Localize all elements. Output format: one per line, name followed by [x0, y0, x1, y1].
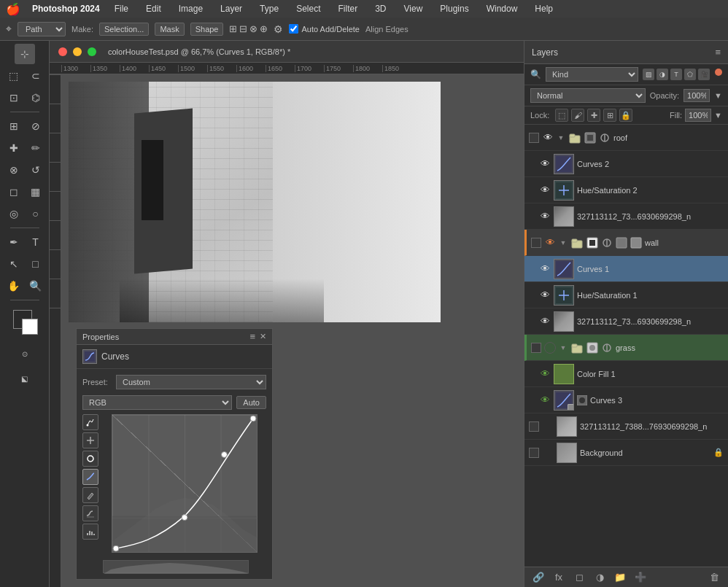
curves-graph[interactable]	[112, 414, 257, 553]
layer-row[interactable]: 👁 Curves 3	[524, 387, 728, 413]
canvas-close-button[interactable]	[58, 47, 67, 56]
history-brush-tool[interactable]: ↺	[26, 160, 46, 180]
dodge-tool[interactable]: ○	[26, 203, 46, 224]
menu-window[interactable]: Window	[484, 2, 521, 15]
tool-mode-select[interactable]: Path Shape Pixels	[18, 22, 66, 36]
hand-tool[interactable]: ✋	[4, 276, 24, 296]
new-layer-button[interactable]: ➕	[632, 569, 648, 586]
curve-svg[interactable]	[112, 415, 257, 552]
eraser-tool[interactable]: ◻	[4, 182, 24, 202]
menu-view[interactable]: View	[401, 2, 426, 15]
eyedropper-white-tool[interactable]	[82, 451, 98, 467]
rectangle-select-tool[interactable]: ⬚	[4, 66, 24, 86]
group-expand-wall[interactable]: ▼	[559, 238, 568, 247]
lock-position-button[interactable]: ✚	[587, 109, 600, 122]
object-select-tool[interactable]: ⊡	[4, 88, 24, 108]
layer-check-photo3[interactable]	[529, 421, 539, 432]
menu-edit[interactable]: Edit	[143, 2, 164, 15]
layer-row[interactable]: 👁 Hue/Saturation 2	[524, 177, 728, 203]
crop-tool[interactable]: ⊞	[4, 116, 24, 136]
lock-transparent-button[interactable]: ⬚	[555, 109, 568, 122]
layer-eye-curves1[interactable]: 👁	[539, 263, 551, 275]
fill-arrow[interactable]: ▼	[714, 111, 722, 120]
shape-tool[interactable]: □	[26, 254, 46, 274]
gear-icon[interactable]: ⚙	[274, 23, 283, 35]
layer-row[interactable]: ▼ grass	[524, 335, 728, 361]
filter-adjustment-icon[interactable]: ◑	[657, 69, 668, 80]
fill-input[interactable]	[685, 109, 711, 122]
group-expand-grass[interactable]: ▼	[559, 343, 568, 352]
lock-all-button[interactable]: 🔒	[619, 109, 632, 122]
auto-button[interactable]: Auto	[236, 396, 266, 409]
layer-eye-grass[interactable]	[544, 342, 556, 354]
lock-paint-button[interactable]: 🖌	[571, 109, 584, 122]
selection-button[interactable]: Selection...	[99, 23, 149, 36]
type-tool[interactable]: T	[26, 232, 46, 252]
lasso-tool[interactable]: ⊂	[26, 66, 46, 86]
layer-row[interactable]: 👁 327113112_73...6930699298_n	[524, 203, 728, 230]
opacity-input[interactable]	[684, 89, 710, 102]
quick-select-tool[interactable]: ⌬	[26, 88, 46, 108]
screen-mode-tool[interactable]: ⬕	[15, 368, 35, 389]
canvas-maximize-button[interactable]	[88, 47, 96, 56]
layer-visibility-check-wall[interactable]	[531, 238, 541, 248]
path-select-tool[interactable]: ↖	[4, 254, 24, 274]
properties-close-button[interactable]: ✕	[260, 332, 266, 341]
clone-stamp-tool[interactable]: ⊗	[4, 160, 24, 180]
layer-row[interactable]: 👁 Color Fill 1	[524, 361, 728, 387]
layer-row[interactable]: 👁 Curves 2	[524, 151, 728, 177]
filter-smart-icon[interactable]: 🎥	[698, 69, 710, 80]
add-style-button[interactable]: fx	[551, 569, 567, 586]
layer-check-bg[interactable]	[529, 448, 539, 458]
layer-row[interactable]: 👁 Curves 1	[524, 256, 728, 282]
histogram-tool[interactable]	[82, 524, 98, 540]
layer-row[interactable]: 👁 ▼	[524, 230, 728, 256]
layer-eye-hue2[interactable]: 👁	[539, 184, 551, 196]
filter-type-icon[interactable]: T	[670, 69, 682, 80]
layer-row[interactable]: 👁 Hue/Saturation 1	[524, 282, 728, 308]
channel-select[interactable]: RGB Red Green Blue	[82, 395, 232, 410]
link-layers-button[interactable]: 🔗	[530, 569, 546, 586]
layer-row[interactable]: 👁 327113112_73...6930699298_n	[524, 308, 728, 335]
pencil-draw-tool[interactable]	[82, 487, 98, 503]
add-mask-button[interactable]: ◻	[571, 569, 587, 586]
blend-mode-select[interactable]: Normal Dissolve Multiply Screen Overlay	[530, 88, 646, 103]
gradient-tool[interactable]: ▦	[26, 182, 46, 202]
apple-menu[interactable]: 🍎	[6, 2, 20, 16]
spot-healing-tool[interactable]: ✚	[4, 138, 24, 158]
layer-eye-curves3[interactable]: 👁	[539, 394, 551, 406]
filter-kind-select[interactable]: Kind Name Effect Mode Attribute Color	[546, 67, 638, 82]
layers-panel-expand[interactable]: ≡	[715, 47, 721, 58]
layer-eye-wall[interactable]: 👁	[544, 237, 556, 249]
layer-eye-hue1[interactable]: 👁	[539, 289, 551, 301]
menu-select[interactable]: Select	[293, 2, 323, 15]
layer-eye-bg[interactable]	[542, 447, 554, 459]
menu-3d[interactable]: 3D	[372, 2, 389, 15]
new-group-button[interactable]: 📁	[612, 569, 628, 586]
layer-eye-photo1[interactable]: 👁	[539, 316, 551, 327]
layer-visibility-check-grass[interactable]	[531, 343, 541, 353]
layer-row[interactable]: Background 🔒	[524, 440, 728, 466]
brush-tool[interactable]: ✏	[26, 138, 46, 158]
delete-layer-button[interactable]: 🗑	[706, 569, 722, 586]
new-fill-adjustment-button[interactable]: ◑	[592, 569, 608, 586]
move-tool[interactable]: ⊹	[15, 44, 35, 64]
filter-shape-icon[interactable]: ⬠	[684, 69, 696, 80]
lock-artboard-button[interactable]: ⊞	[603, 109, 616, 122]
shape-button[interactable]: Shape	[190, 23, 224, 36]
mask-button[interactable]: Mask	[155, 23, 184, 36]
background-color[interactable]	[22, 319, 38, 335]
auto-add-checkbox-label[interactable]: Auto Add/Delete	[289, 24, 360, 34]
opacity-arrow[interactable]: ▼	[714, 91, 722, 100]
layer-eye-roof[interactable]: 👁	[542, 132, 554, 144]
menu-help[interactable]: Help	[532, 2, 556, 15]
group-expand-roof[interactable]: ▼	[557, 133, 565, 142]
layer-row[interactable]: 327113112_7388...76930699298_n	[524, 413, 728, 440]
menu-file[interactable]: File	[112, 2, 131, 15]
eyedropper-gray-tool[interactable]	[82, 432, 98, 448]
layer-row[interactable]: 👁 ▼ roof	[524, 125, 728, 151]
menu-image[interactable]: Image	[176, 2, 206, 15]
menu-plugins[interactable]: Plugins	[437, 2, 471, 15]
eyedropper-black-tool[interactable]	[82, 414, 98, 430]
canvas-minimize-button[interactable]	[73, 47, 82, 56]
